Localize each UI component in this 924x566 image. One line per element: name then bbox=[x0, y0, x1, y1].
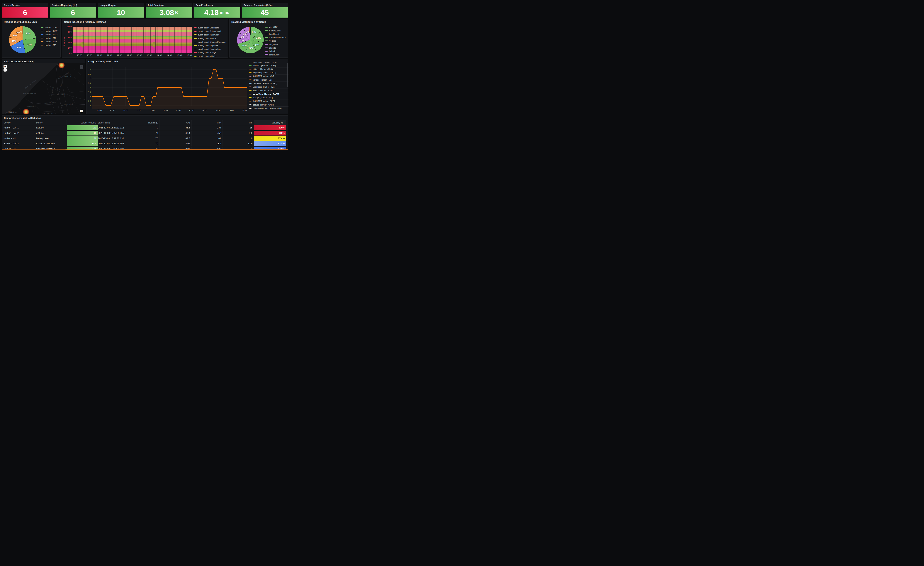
table-column-header[interactable]: Readings bbox=[130, 120, 160, 125]
stat-title[interactable]: Total Readings bbox=[146, 3, 192, 8]
heatmap-y-tick: 100% bbox=[65, 26, 72, 28]
stat-panel-unique-cargos: Unique Cargos10 bbox=[98, 3, 144, 18]
series-legend-item[interactable]: satsInView [Harbor - CAP1] bbox=[249, 92, 288, 96]
legend-item[interactable]: event_count LastHeard bbox=[194, 27, 226, 29]
map-zoom-in-button[interactable]: + bbox=[3, 65, 7, 68]
legend-item[interactable]: Harbor - RKG bbox=[41, 33, 58, 36]
panel-title[interactable]: Reading Distribution by Ship bbox=[2, 20, 60, 24]
table-cell-device: Harbor - M1 bbox=[3, 136, 36, 141]
series-legend-item[interactable]: Voltage [Harbor - M1] bbox=[249, 78, 288, 81]
legend-item-label: event_count ChannelUtilization bbox=[198, 41, 226, 43]
legend-item[interactable]: satsInView bbox=[265, 54, 286, 56]
series-legend-item[interactable]: Voltage [Harbor - Wio] bbox=[249, 96, 288, 99]
legend-item[interactable]: longitude bbox=[265, 43, 286, 45]
heatmap-plot[interactable] bbox=[73, 27, 192, 53]
stat-title[interactable]: Detected Anomalies (2.5σ) bbox=[242, 3, 288, 8]
legend-item[interactable]: event_count Temperature bbox=[194, 48, 226, 50]
legend-swatch bbox=[265, 27, 268, 27]
heatmap-x-tick: 14:30 bbox=[167, 54, 172, 56]
legend-swatch bbox=[194, 38, 196, 39]
legend-item[interactable]: Harbor - CAP2 bbox=[41, 26, 58, 29]
legend-item[interactable]: event_count ChannelUtilization bbox=[194, 41, 226, 43]
legend-item[interactable]: event_count satsInView bbox=[194, 34, 226, 36]
ship-heat-marker[interactable] bbox=[23, 109, 29, 114]
map-canvas[interactable]: KUZGUNCUKSULTANTEPEİCADIYESELAMI ALIÜskü… bbox=[2, 63, 85, 114]
table-column-header[interactable]: Min bbox=[223, 120, 254, 125]
legend-item-label: Harbor - Wio bbox=[45, 41, 57, 43]
table-column-header[interactable]: Device bbox=[3, 120, 36, 125]
pie-slice-value: 7% bbox=[246, 31, 249, 33]
legend-swatch bbox=[249, 97, 252, 98]
series-legend-item[interactable]: LastHeard [Harbor - Wio] bbox=[249, 85, 288, 89]
measure-ruler-icon[interactable] bbox=[80, 65, 83, 69]
series-legend-item[interactable]: longitude [Harbor - CAP1] bbox=[249, 71, 288, 75]
map-info-button[interactable]: i bbox=[80, 110, 83, 113]
series-legend-label: latitude [Harbor - RKG] bbox=[253, 68, 273, 70]
table-cell-metric: altitude bbox=[36, 125, 67, 131]
legend-swatch bbox=[41, 38, 44, 39]
legend-item[interactable]: ChannelUtilization bbox=[265, 36, 286, 39]
series-legend-label: longitude [Harbor - CAP1] bbox=[253, 72, 276, 74]
timeseries-x-tick: 10:30 bbox=[110, 109, 115, 111]
table-cell-metric: ChannelUtilization bbox=[36, 141, 67, 147]
legend-item[interactable]: event_count BatteryLevel bbox=[194, 30, 226, 32]
legend-item[interactable]: event_count altitude bbox=[194, 55, 226, 57]
stat-unit: K bbox=[175, 10, 178, 15]
series-legend-item[interactable]: latitude [Harbor - RKG] bbox=[249, 68, 288, 71]
legend-item[interactable]: BatteryLevel bbox=[265, 30, 286, 32]
panel-title[interactable]: Reading Distribution by Cargo bbox=[230, 20, 288, 24]
legend-item[interactable]: latitude bbox=[265, 50, 286, 52]
pie-ship-legend: Harbor - CAP2Harbor - CAP1Harbor - RKGHa… bbox=[41, 26, 58, 46]
series-legend-item[interactable]: altitude [Harbor - CAP1] bbox=[249, 89, 288, 92]
legend-item[interactable]: Harbor - CAP1 bbox=[41, 30, 58, 32]
legend-item-label: event_count BatteryLevel bbox=[198, 30, 221, 32]
legend-item[interactable]: event_count latitude bbox=[194, 38, 226, 39]
legend-swatch bbox=[249, 72, 252, 73]
series-legend-item[interactable]: AirUtilTX [Harbor - CAP2] bbox=[249, 64, 288, 67]
legend-item-label: event_count Temperature bbox=[198, 48, 221, 50]
table-cell-max: 134 bbox=[192, 125, 223, 131]
stat-title[interactable]: Data Freshness bbox=[194, 3, 240, 8]
legend-item[interactable]: Voltage bbox=[265, 40, 286, 42]
stat-title-text: Data Freshness bbox=[195, 4, 213, 6]
timeseries-y-tick: 7.5 bbox=[87, 73, 91, 75]
legend-swatch bbox=[194, 42, 196, 42]
panel-title[interactable]: Comprehensive Metric Statistics bbox=[2, 116, 288, 120]
timeseries-plot[interactable] bbox=[92, 67, 247, 109]
panel-title[interactable]: Cargo Ingestion Frequency Heatmap bbox=[62, 20, 228, 24]
legend-item[interactable]: event_count longitude bbox=[194, 44, 226, 47]
legend-item[interactable]: Harbor - M1 bbox=[41, 37, 58, 39]
series-legend-item[interactable]: LastHeard [Harbor - CAP1] bbox=[249, 82, 288, 85]
panel-reading-distribution-by-ship: Reading Distribution by Ship Harbor - CA… bbox=[2, 19, 61, 58]
series-legend-item[interactable]: AirUtilTX [Harbor - Wio] bbox=[249, 75, 288, 78]
grafana-dashboard: Active Devices6Devices Reporting (1h)6Un… bbox=[0, 0, 290, 150]
panel-title[interactable]: Ship Locations & Heatmap bbox=[2, 59, 85, 64]
series-legend-item[interactable]: ChannelUtilization [Harbor - M1] bbox=[249, 107, 288, 110]
map-zoom-out-button[interactable]: − bbox=[3, 68, 7, 72]
series-legend-item[interactable]: satsInView [Harbor - RKG] bbox=[249, 63, 288, 64]
heatmap-y-tick: 80% bbox=[65, 31, 72, 33]
stat-panel-detected-anomalies-2-5: Detected Anomalies (2.5σ)45 bbox=[242, 3, 288, 18]
legend-item[interactable]: AirUtilTX bbox=[265, 26, 286, 28]
legend-item[interactable]: event_count Voltage bbox=[194, 51, 226, 54]
legend-item-label: Harbor - M1 bbox=[45, 37, 56, 39]
legend-scrollbar[interactable] bbox=[287, 63, 288, 87]
legend-item[interactable]: Harbor - Wio bbox=[41, 41, 58, 43]
stat-title[interactable]: Active Devices bbox=[2, 3, 48, 8]
table-column-header[interactable]: Max bbox=[192, 120, 223, 125]
legend-item[interactable]: Harbor - M2 bbox=[41, 44, 58, 46]
table-cell-latest-reading: 19 bbox=[67, 131, 98, 136]
table-column-header[interactable]: Latest Time bbox=[98, 120, 130, 125]
legend-item[interactable]: LastHeard bbox=[265, 33, 286, 35]
table-column-header[interactable]: Metric bbox=[36, 120, 67, 125]
legend-item[interactable]: altitude bbox=[265, 47, 286, 49]
stat-title-text: Unique Cargos bbox=[100, 4, 116, 6]
series-legend-item[interactable]: AirUtilTX [Harbor - RKG] bbox=[249, 99, 288, 103]
stat-title[interactable]: Devices Reporting (1h) bbox=[50, 3, 96, 8]
stat-title[interactable]: Unique Cargos bbox=[98, 3, 144, 8]
table-column-header[interactable]: Volatility % ↓ bbox=[254, 120, 286, 125]
table-column-header[interactable]: Avg bbox=[160, 120, 192, 125]
legend-swatch bbox=[249, 108, 252, 109]
table-column-header[interactable]: Latest Reading bbox=[67, 120, 98, 125]
series-legend-item[interactable]: latitude [Harbor - CAP2] bbox=[249, 103, 288, 107]
